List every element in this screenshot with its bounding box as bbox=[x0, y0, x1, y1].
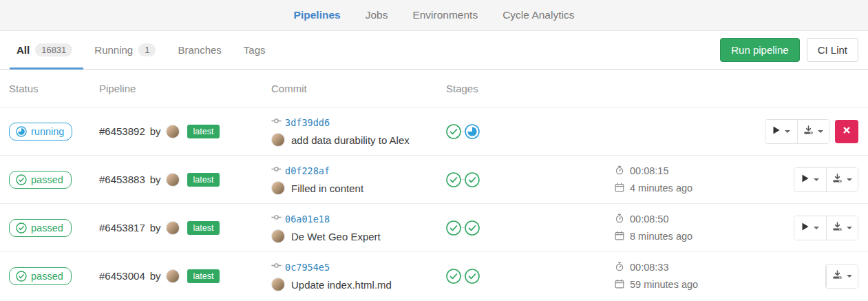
status-icon bbox=[16, 271, 27, 282]
status-label: passed bbox=[31, 271, 63, 282]
duration-line: 00:08:15 bbox=[615, 165, 761, 177]
ci-lint-button[interactable]: CI Lint bbox=[807, 38, 858, 62]
finished-line: 8 minutes ago bbox=[615, 231, 761, 242]
duration-line: 00:08:33 bbox=[615, 262, 761, 273]
chevron-down-icon bbox=[847, 178, 852, 181]
project-nav: Pipelines Jobs Environments Cycle Analyt… bbox=[0, 0, 868, 31]
manual-play-dropdown-button[interactable] bbox=[794, 216, 826, 240]
commit-icon bbox=[271, 212, 282, 225]
timer-icon bbox=[615, 262, 624, 273]
stages-cell bbox=[446, 220, 606, 236]
pipeline-cell: #6453883 by latest bbox=[99, 173, 271, 187]
chevron-down-icon bbox=[847, 227, 852, 229]
pipeline-id-link[interactable]: #6453817 bbox=[99, 222, 145, 233]
nav-item-environments[interactable]: Environments bbox=[412, 9, 478, 21]
time-ago-value: 8 minutes ago bbox=[630, 231, 692, 242]
commit-sha-link[interactable]: 3df39dd6 bbox=[285, 117, 330, 128]
play-icon bbox=[801, 174, 809, 185]
stage-passed-icon[interactable] bbox=[465, 269, 480, 284]
stage-passed-icon[interactable] bbox=[446, 172, 461, 187]
commit-icon bbox=[271, 116, 282, 129]
commit-message: add data durability to Alex bbox=[291, 134, 410, 146]
tab-tags[interactable]: Tags bbox=[233, 31, 277, 69]
tab-all-label: All bbox=[17, 44, 30, 56]
tab-tags-label: Tags bbox=[244, 44, 266, 56]
pipelines-table-body: running #6453892 by latest 3df39dd6 add … bbox=[0, 107, 868, 300]
status-badge[interactable]: passed bbox=[9, 219, 72, 237]
commit-sha-link[interactable]: 06a01e18 bbox=[285, 214, 330, 225]
actions-button-group bbox=[825, 264, 858, 289]
manual-play-dropdown-button[interactable] bbox=[765, 120, 797, 143]
time-cell: 00:08:15 4 minutes ago bbox=[606, 165, 761, 194]
commit-sha-link[interactable]: d0f228af bbox=[285, 165, 330, 176]
stage-passed-icon[interactable] bbox=[446, 220, 461, 236]
latest-badge[interactable]: latest bbox=[187, 173, 220, 187]
pipeline-scope-tabs: All 16831 Running 1 Branches Tags bbox=[10, 31, 277, 69]
tab-all[interactable]: All 16831 bbox=[10, 31, 83, 69]
pipeline-author-avatar[interactable] bbox=[166, 269, 180, 283]
stage-passed-icon[interactable] bbox=[446, 124, 461, 139]
download-icon bbox=[832, 174, 843, 185]
latest-badge[interactable]: latest bbox=[187, 125, 220, 138]
pipeline-id-link[interactable]: #6453892 bbox=[99, 125, 145, 137]
status-icon bbox=[16, 174, 27, 185]
pipeline-author-avatar[interactable] bbox=[166, 221, 180, 235]
stage-passed-icon[interactable] bbox=[465, 220, 480, 236]
commit-author-avatar[interactable] bbox=[271, 229, 285, 243]
chevron-down-icon bbox=[818, 130, 823, 133]
commit-sha-link[interactable]: 0c7954e5 bbox=[285, 262, 330, 273]
header-pipeline: Pipeline bbox=[99, 83, 271, 94]
run-pipeline-button[interactable]: Run pipeline bbox=[720, 38, 799, 62]
header-commit: Commit bbox=[271, 83, 446, 94]
status-label: passed bbox=[31, 222, 63, 233]
status-label: running bbox=[31, 126, 64, 137]
latest-badge[interactable]: latest bbox=[187, 221, 220, 235]
artifacts-download-dropdown-button[interactable] bbox=[797, 120, 829, 143]
pipeline-row: passed #6453004 by latest 0c7954e5 Updat… bbox=[0, 252, 868, 300]
tab-running[interactable]: Running 1 bbox=[83, 31, 167, 69]
pipeline-author-avatar[interactable] bbox=[166, 173, 180, 187]
nav-item-pipelines[interactable]: Pipelines bbox=[294, 9, 341, 21]
pipeline-author-avatar[interactable] bbox=[166, 125, 180, 138]
tab-branches[interactable]: Branches bbox=[167, 31, 232, 69]
commit-author-avatar[interactable] bbox=[271, 133, 285, 147]
pipeline-id-link[interactable]: #6453883 bbox=[99, 174, 145, 185]
commit-message: De Wet Geo Expert bbox=[291, 231, 381, 242]
nav-item-jobs[interactable]: Jobs bbox=[366, 9, 388, 21]
status-badge[interactable]: passed bbox=[9, 171, 72, 189]
stage-passed-icon[interactable] bbox=[446, 269, 461, 284]
pipeline-row: passed #6453817 by latest 06a01e18 De We… bbox=[0, 204, 868, 252]
artifacts-download-dropdown-button[interactable] bbox=[826, 264, 858, 288]
chevron-down-icon bbox=[814, 227, 819, 229]
commit-cell: d0f228af Filled in content bbox=[271, 164, 446, 195]
status-cell: passed bbox=[9, 171, 99, 189]
by-label: by bbox=[150, 222, 161, 233]
duration-value: 00:08:33 bbox=[630, 262, 668, 273]
pipeline-row: running #6453892 by latest 3df39dd6 add … bbox=[0, 107, 868, 156]
artifacts-download-dropdown-button[interactable] bbox=[826, 168, 858, 191]
pipeline-row: passed #6453883 by latest d0f228af Fille… bbox=[0, 156, 868, 204]
status-badge[interactable]: passed bbox=[9, 267, 72, 285]
manual-play-dropdown-button[interactable] bbox=[794, 168, 826, 191]
download-icon bbox=[832, 270, 843, 282]
pipelines-table-header: Status Pipeline Commit Stages bbox=[0, 70, 868, 107]
chevron-down-icon bbox=[785, 130, 790, 133]
stage-passed-icon[interactable] bbox=[465, 172, 480, 187]
cancel-pipeline-button[interactable] bbox=[835, 120, 858, 143]
commit-author-avatar[interactable] bbox=[271, 181, 285, 195]
nav-item-cycle-analytics[interactable]: Cycle Analytics bbox=[502, 9, 574, 21]
finished-line: 59 minutes ago bbox=[615, 279, 761, 291]
calendar-icon bbox=[615, 231, 624, 242]
status-badge[interactable]: running bbox=[9, 123, 72, 141]
commit-message: Filled in content bbox=[291, 183, 363, 194]
commit-author-avatar[interactable] bbox=[271, 278, 285, 291]
stage-running-icon[interactable] bbox=[465, 124, 480, 139]
pipeline-id-link[interactable]: #6453004 bbox=[99, 270, 145, 282]
tab-running-count-badge: 1 bbox=[138, 43, 156, 56]
pipelines-toolbar: Run pipeline CI Lint bbox=[720, 31, 858, 69]
commit-cell: 3df39dd6 add data durability to Alex bbox=[271, 116, 446, 147]
timer-icon bbox=[615, 214, 624, 225]
latest-badge[interactable]: latest bbox=[187, 269, 220, 283]
chevron-down-icon bbox=[847, 275, 852, 278]
artifacts-download-dropdown-button[interactable] bbox=[826, 216, 858, 240]
